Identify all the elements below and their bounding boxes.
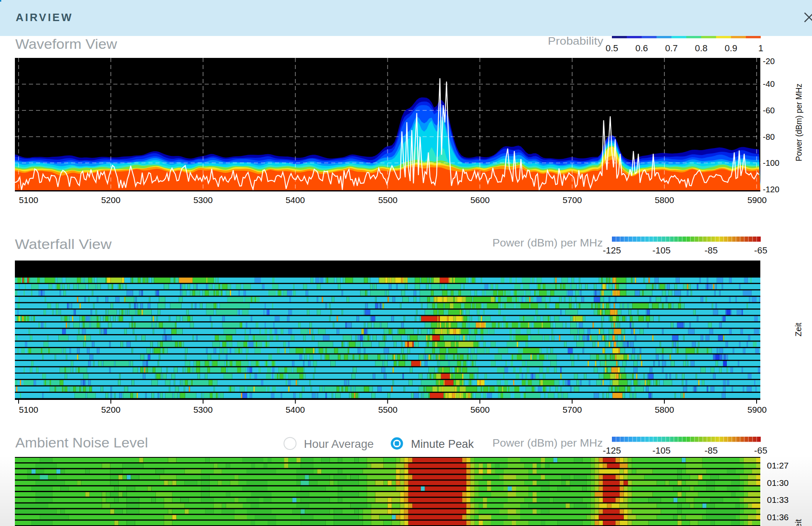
svg-text:0.9: 0.9 xyxy=(725,43,738,53)
svg-text:Zeit: Zeit xyxy=(794,519,803,526)
svg-text:-60: -60 xyxy=(763,106,775,115)
svg-text:5200: 5200 xyxy=(101,405,121,414)
svg-text:Waveform View: Waveform View xyxy=(15,36,117,52)
svg-text:5200: 5200 xyxy=(101,195,121,205)
svg-text:5100: 5100 xyxy=(19,405,38,414)
svg-text:0.6: 0.6 xyxy=(635,43,648,53)
svg-text:5800: 5800 xyxy=(655,405,674,414)
svg-text:5700: 5700 xyxy=(563,195,582,205)
svg-text:5100: 5100 xyxy=(19,195,38,205)
svg-text:0.8: 0.8 xyxy=(695,43,708,53)
svg-text:0.5: 0.5 xyxy=(606,43,619,53)
svg-text:-40: -40 xyxy=(763,79,775,88)
svg-text:5400: 5400 xyxy=(286,405,305,414)
svg-text:-105: -105 xyxy=(652,245,671,256)
svg-text:-65: -65 xyxy=(754,245,767,256)
svg-text:5500: 5500 xyxy=(378,195,398,205)
svg-text:Power (dBm) per MHz: Power (dBm) per MHz xyxy=(492,237,603,249)
svg-text:5900: 5900 xyxy=(748,195,767,205)
svg-text:-85: -85 xyxy=(705,245,718,256)
svg-text:Zeit: Zeit xyxy=(794,323,803,337)
svg-text:Ambient Noise Level: Ambient Noise Level xyxy=(15,435,148,450)
svg-text:1: 1 xyxy=(758,43,763,53)
svg-text:5400: 5400 xyxy=(286,195,305,205)
svg-text:0.7: 0.7 xyxy=(665,43,678,53)
svg-text:-125: -125 xyxy=(603,245,621,256)
svg-text:5800: 5800 xyxy=(655,195,674,205)
svg-text:-65: -65 xyxy=(754,445,767,456)
svg-text:-105: -105 xyxy=(652,445,671,456)
svg-text:Power (dBm) per MHz: Power (dBm) per MHz xyxy=(492,437,603,449)
svg-text:5600: 5600 xyxy=(470,195,490,205)
svg-text:Hour Average: Hour Average xyxy=(304,438,374,450)
svg-text:5300: 5300 xyxy=(193,405,213,414)
svg-text:-20: -20 xyxy=(763,57,775,66)
svg-text:-85: -85 xyxy=(705,445,718,456)
svg-text:5300: 5300 xyxy=(193,195,213,205)
svg-text:-80: -80 xyxy=(763,132,775,141)
svg-text:5700: 5700 xyxy=(563,405,582,414)
svg-text:5900: 5900 xyxy=(748,405,767,414)
svg-text:5500: 5500 xyxy=(378,405,398,414)
svg-text:-120: -120 xyxy=(763,185,779,194)
svg-text:5600: 5600 xyxy=(470,405,490,414)
svg-text:Power (dBm) per MHz: Power (dBm) per MHz xyxy=(794,84,803,161)
svg-text:Waterfall View: Waterfall View xyxy=(15,236,112,252)
svg-text:AIRVIEW: AIRVIEW xyxy=(16,11,73,24)
svg-text:Probability: Probability xyxy=(548,35,603,47)
svg-text:Minute Peak: Minute Peak xyxy=(411,438,474,450)
svg-text:-100: -100 xyxy=(763,158,779,167)
svg-text:-125: -125 xyxy=(603,445,621,456)
